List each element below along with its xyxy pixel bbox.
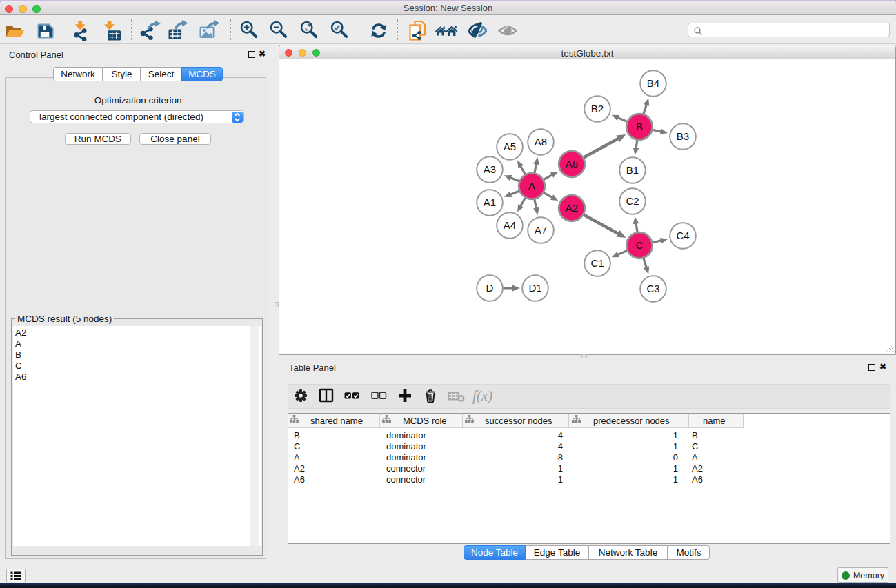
svg-text:D1: D1 bbox=[528, 282, 541, 294]
svg-text:B1: B1 bbox=[626, 164, 639, 176]
svg-text:A3: A3 bbox=[484, 163, 496, 175]
svg-text:C: C bbox=[636, 239, 644, 251]
svg-text:A8: A8 bbox=[535, 136, 547, 148]
svg-text:A7: A7 bbox=[535, 224, 547, 236]
svg-text:A1: A1 bbox=[484, 196, 496, 208]
svg-text:A2: A2 bbox=[566, 202, 578, 214]
svg-text:B4: B4 bbox=[647, 77, 659, 89]
svg-text:D: D bbox=[486, 282, 494, 294]
svg-text:A4: A4 bbox=[504, 219, 516, 231]
svg-text:C2: C2 bbox=[626, 195, 639, 207]
svg-text:B: B bbox=[636, 121, 643, 132]
svg-text:A6: A6 bbox=[566, 158, 578, 170]
svg-text:B2: B2 bbox=[591, 103, 604, 114]
svg-text:A5: A5 bbox=[504, 141, 516, 152]
svg-text:B3: B3 bbox=[677, 130, 689, 142]
svg-text:A: A bbox=[528, 180, 535, 192]
svg-text:C3: C3 bbox=[646, 283, 659, 294]
svg-text:C1: C1 bbox=[590, 257, 604, 269]
svg-text:C4: C4 bbox=[676, 230, 689, 241]
